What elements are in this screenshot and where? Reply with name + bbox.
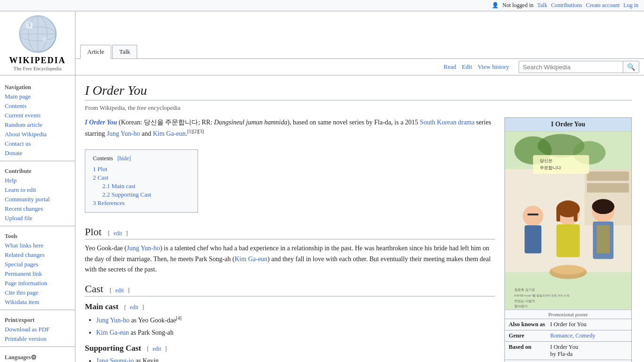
list-item: Jung Yun-ho as Yeo Gook-dae[4] [96,314,495,326]
svg-text:Ω: Ω [27,23,32,30]
contents-item-2[interactable]: 2 Cast [93,173,190,182]
infobox-row-also-known: Also known as I Order for You [505,319,631,330]
infobox-title: I Order You [505,118,631,131]
article-text: I Order You (Korean: 당신을 주문합니다; RR: Dang… [85,117,495,362]
view-edit-link[interactable]: Edit [462,63,472,71]
main-layout: Navigation Main page Contents Current ev… [0,75,644,362]
infobox-image: 당신은 주문합니다 [505,131,631,310]
view-read-link[interactable]: Read [444,63,456,71]
sidebar-item-cite-this-page[interactable]: Cite this page [0,288,75,297]
contents-item-2-1[interactable]: 2.1 Main cast [93,182,190,190]
contents-hide[interactable]: [hide] [117,155,131,162]
sidebar-item-contents[interactable]: Contents [0,101,75,111]
top-bar: 👤 Not logged in Talk Contributions Creat… [0,0,644,11]
kim-gaeun-cast-link[interactable]: Kim Ga-eun [96,329,129,336]
tab-article[interactable]: Article [80,45,111,59]
sidebar-item-random-article[interactable]: Random article [0,120,75,130]
sidebar-item-learn-to-edit[interactable]: Learn to edit [0,185,75,195]
korean-text: 당신을 주문합니다 [144,119,198,126]
not-logged-in-text: Not logged in [503,2,534,9]
kim-gaeun-link-intro[interactable]: Kim Ga-eun [153,130,186,137]
sidebar-item-page-information[interactable]: Page information [0,279,75,288]
jung-yunho-cast-link[interactable]: Jung Yun-ho [96,316,130,323]
talk-link[interactable]: Talk [537,2,547,9]
sidebar-item-what-links-here[interactable]: What links here [0,241,75,250]
logo-area: Ω 維 Wikipedia The Free Encyclopedia [0,11,75,75]
sidebar-item-wikidata[interactable]: Wikidata item [0,297,75,307]
supporting-cast-title: Supporting Cast [edit] [85,344,495,353]
page-title: I Order You [85,83,632,100]
logo-tagline: The Free Encyclopedia [13,66,61,71]
main-cast-title: Main cast [edit] [85,302,495,312]
sidebar-tools-title: Tools [0,229,75,241]
from-wikipedia: From Wikipedia, the free encyclopedia [85,104,632,112]
infobox-value-based-on: I Order Youby Fla-da [550,344,627,358]
contents-label: Contents [93,155,113,162]
sidebar-item-permanent-link[interactable]: Permanent link [0,269,75,279]
contents-item-3[interactable]: 3 References [93,199,190,207]
sidebar-item-upload-file[interactable]: Upload file [0,214,75,223]
infobox-row-written-by: Written by Lee Moon-hwiOh Bo-hyun [505,360,631,362]
log-in-link[interactable]: Log in [623,2,638,9]
sidebar-item-about-wikipedia[interactable]: About Wikipedia [0,130,75,139]
infobox-rows: Also known as I Order for You Genre Roma… [505,319,631,362]
sidebar-item-download-pdf[interactable]: Download as PDF [0,325,75,334]
infobox-label-based-on: Based on [509,344,546,358]
search-box: 🔍 [519,61,639,73]
sidebar-languages-title: Languages ⚙ [0,350,75,362]
settings-icon[interactable]: ⚙ [31,354,37,362]
intro-title-link[interactable]: I Order You [85,119,117,126]
main-cast-list: Jung Yun-ho as Yeo Gook-dae[4] Kim Ga-eu… [96,314,495,338]
contents-item-2-2[interactable]: 2.2 Supporting Cast [93,190,190,199]
view-history-link[interactable]: View history [478,63,509,71]
svg-text:찾아온다: 찾아온다 [514,304,528,308]
list-item: Jang Seung-jo as Kevin [96,356,495,362]
create-account-link[interactable]: Create account [586,2,620,9]
tab-talk[interactable]: Talk [112,45,137,58]
plot-paragraph: Yeo Gook-dae (Jung Yun-ho) is a talented… [85,243,495,275]
svg-rect-24 [556,207,560,222]
south-korean-drama-link[interactable]: South Korean drama [420,119,475,126]
sidebar-item-special-pages[interactable]: Special pages [0,260,75,269]
jang-seungjo-link[interactable]: Jang Seung-jo [96,357,134,362]
sidebar-item-contact-us[interactable]: Contact us [0,139,75,148]
search-button[interactable]: 🔍 [623,61,639,73]
sidebar-item-donate[interactable]: Donate [0,148,75,158]
plot-section-title: Plot [edit] [85,226,495,239]
svg-rect-19 [525,225,542,254]
list-item: Kim Ga-eun as Park Song-ah [96,328,495,338]
main-cast-edit-link[interactable]: edit [130,304,139,311]
logo-globe: Ω 維 [19,15,57,53]
infobox-label-genre: Genre [509,332,546,339]
sidebar-item-community-portal[interactable]: Community portal [0,195,75,204]
romance-comedy-link[interactable]: Romance, Comedy [550,332,595,339]
ref-1: [1][2][3] [187,129,204,134]
sidebar-item-printable[interactable]: Printable version [0,334,75,344]
rr-text: Dangsineul jumun hamnida [214,119,288,126]
jung-yunho-plot-link[interactable]: Jung Yun-ho [127,245,160,252]
infobox-row-genre: Genre Romance, Comedy [505,330,631,341]
svg-text:주문합니다: 주문합니다 [540,165,561,170]
plot-edit-link[interactable]: edit [114,230,122,237]
sidebar-item-current-events[interactable]: Current events [0,111,75,120]
search-input[interactable] [519,62,623,73]
sidebar-item-main-page[interactable]: Main page [0,92,75,101]
sidebar-item-recent-changes[interactable]: Recent changes [0,204,75,214]
nav-tabs-area: Article Talk Read Edit View history 🔍 [75,11,644,75]
sidebar-item-related-changes[interactable]: Related changes [0,250,75,260]
infobox-value-also-known: I Order for You [550,321,627,328]
view-tabs: Read Edit View history 🔍 [75,59,644,75]
kim-gaeun-plot-link[interactable]: Kim Ga-eun [235,255,268,263]
sidebar-nav-title: Navigation [0,80,75,92]
jung-yunho-link-intro[interactable]: Jung Yun-ho [107,130,140,137]
sidebar-item-help[interactable]: Help [0,176,75,185]
intro-paragraph: I Order You (Korean: 당신을 주문합니다; RR: Dang… [85,117,495,139]
contributions-link[interactable]: Contributions [551,2,582,9]
svg-rect-10 [587,172,629,181]
contents-item-1[interactable]: 1 Plot [93,165,190,173]
content-area: I Order You From Wikipedia, the free enc… [75,75,641,362]
rr-label: RR: [202,119,213,126]
supporting-cast-edit-link[interactable]: edit [153,346,161,352]
cast-edit-link[interactable]: edit [116,287,124,294]
header: Ω 維 Wikipedia The Free Encyclopedia Arti… [0,11,644,75]
